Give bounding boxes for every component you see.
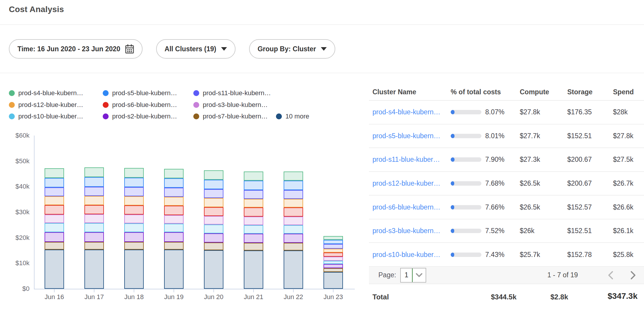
page-select[interactable]: 1 — [400, 268, 426, 283]
bar-segment[interactable] — [124, 205, 144, 215]
bar-segment[interactable] — [323, 272, 343, 289]
cluster-name-link[interactable]: prod-s5-blue-kubern… — [372, 132, 440, 140]
bar-segment[interactable] — [164, 169, 184, 178]
bar-segment[interactable] — [244, 181, 263, 190]
cluster-name-link[interactable]: prod-s12-blue-kuber… — [372, 179, 440, 187]
bar-segment[interactable] — [164, 242, 184, 250]
legend-item[interactable]: prod-s5-blue-kubern… — [103, 89, 177, 97]
bar-segment[interactable] — [164, 215, 184, 224]
bar-segment[interactable] — [284, 225, 303, 234]
bar-segment[interactable] — [204, 189, 223, 198]
cluster-name-link[interactable]: prod-s6-blue-kubern… — [372, 203, 440, 211]
bar-segment[interactable] — [84, 187, 104, 196]
bar-segment[interactable] — [204, 170, 223, 180]
bar-segment[interactable] — [45, 223, 64, 232]
bar-segment[interactable] — [284, 190, 303, 199]
cluster-name-link[interactable]: prod-s3-blue-kubern… — [372, 227, 440, 235]
bar-segment[interactable] — [204, 180, 223, 189]
bar-segment[interactable] — [204, 207, 223, 216]
bar-segment[interactable] — [323, 268, 343, 272]
legend-item[interactable]: prod-s12-blue-kuber… — [9, 101, 83, 109]
bar-segment[interactable] — [45, 168, 64, 178]
bar-segment[interactable] — [164, 197, 184, 206]
legend-item[interactable]: prod-s10-blue-kuber… — [9, 113, 83, 120]
bar-segment[interactable] — [284, 234, 303, 243]
bar-segment[interactable] — [45, 187, 64, 196]
groupby-filter-button[interactable]: Group By: Cluster — [249, 39, 335, 59]
cluster-name-link[interactable]: prod-s4-blue-kubern… — [372, 108, 440, 116]
bar-segment[interactable] — [244, 225, 263, 234]
bar-segment[interactable] — [284, 207, 303, 216]
bar-segment[interactable] — [204, 250, 223, 289]
bar-segment[interactable] — [84, 214, 104, 223]
bar-segment[interactable] — [284, 181, 303, 190]
bar-segment[interactable] — [84, 242, 104, 250]
bar-segment[interactable] — [244, 250, 263, 289]
bar-segment[interactable] — [244, 207, 263, 216]
bar-segment[interactable] — [204, 233, 223, 243]
bar-segment[interactable] — [124, 232, 144, 242]
bar-segment[interactable] — [323, 253, 343, 257]
bar-segment[interactable] — [323, 257, 343, 261]
prev-page-button[interactable] — [607, 271, 614, 280]
bar-segment[interactable] — [124, 242, 144, 250]
bar-segment[interactable] — [164, 224, 184, 232]
bar-segment[interactable] — [84, 167, 104, 177]
bar-segment[interactable] — [124, 215, 144, 223]
bar-segment[interactable] — [164, 250, 184, 289]
bar-segment[interactable] — [204, 216, 223, 225]
time-filter-button[interactable]: Time: 16 Jun 2020 - 23 Jun 2020 — [9, 39, 143, 59]
bar-segment[interactable] — [323, 261, 343, 264]
cluster-name-link[interactable]: prod-s11-blue-kuber… — [372, 156, 440, 163]
bar-segment[interactable] — [284, 217, 303, 225]
bar-segment[interactable] — [84, 223, 104, 232]
legend-item[interactable]: prod-s2-blue-kubern… — [103, 113, 177, 120]
bar-segment[interactable] — [124, 250, 144, 289]
next-page-button[interactable] — [630, 271, 636, 280]
bar-segment[interactable] — [323, 244, 343, 249]
bar-segment[interactable] — [45, 242, 64, 250]
bar-segment[interactable] — [244, 199, 263, 207]
legend-item[interactable]: prod-s11-blue-kubern… — [193, 89, 271, 97]
bar-segment[interactable] — [284, 243, 303, 250]
bar-segment[interactable] — [204, 225, 223, 233]
bar-segment[interactable] — [284, 172, 303, 181]
bar-segment[interactable] — [45, 232, 64, 242]
bar-segment[interactable] — [84, 196, 104, 205]
bar-segment[interactable] — [164, 178, 184, 188]
bar-segment[interactable] — [124, 196, 144, 205]
bar-segment[interactable] — [323, 236, 343, 240]
bar-segment[interactable] — [164, 188, 184, 197]
bar-segment[interactable] — [284, 199, 303, 207]
bar-segment[interactable] — [323, 240, 343, 244]
bar-segment[interactable] — [204, 198, 223, 207]
bar-segment[interactable] — [244, 217, 263, 225]
bar-segment[interactable] — [84, 177, 104, 187]
bar-segment[interactable] — [84, 250, 104, 289]
bar-segment[interactable] — [45, 205, 64, 215]
bar-segment[interactable] — [45, 196, 64, 205]
bar-segment[interactable] — [244, 234, 263, 243]
bar-segment[interactable] — [323, 249, 343, 253]
legend-item[interactable]: prod-s3-blue-kubern… — [193, 101, 268, 109]
bar-segment[interactable] — [84, 205, 104, 214]
bar-segment[interactable] — [124, 187, 144, 196]
cluster-name-link[interactable]: prod-s10-blue-kuber… — [372, 251, 440, 258]
bar-segment[interactable] — [124, 223, 144, 232]
bar-segment[interactable] — [84, 232, 104, 242]
bar-segment[interactable] — [45, 215, 64, 223]
bar-segment[interactable] — [244, 190, 263, 199]
bar-segment[interactable] — [45, 178, 64, 187]
bar-segment[interactable] — [323, 264, 343, 268]
bar-segment[interactable] — [164, 232, 184, 242]
bar-segment[interactable] — [124, 168, 144, 178]
bar-segment[interactable] — [244, 172, 263, 181]
clusters-filter-button[interactable]: All Clusters (19) — [156, 39, 236, 59]
bar-segment[interactable] — [244, 243, 263, 250]
bar-segment[interactable] — [45, 250, 64, 289]
legend-item[interactable]: prod-s4-blue-kubern… — [9, 89, 83, 97]
legend-item[interactable]: prod-s7-blue-kubern… — [193, 113, 268, 120]
bar-segment[interactable] — [204, 243, 223, 250]
bar-segment[interactable] — [124, 178, 144, 187]
bar-segment[interactable] — [284, 250, 303, 289]
